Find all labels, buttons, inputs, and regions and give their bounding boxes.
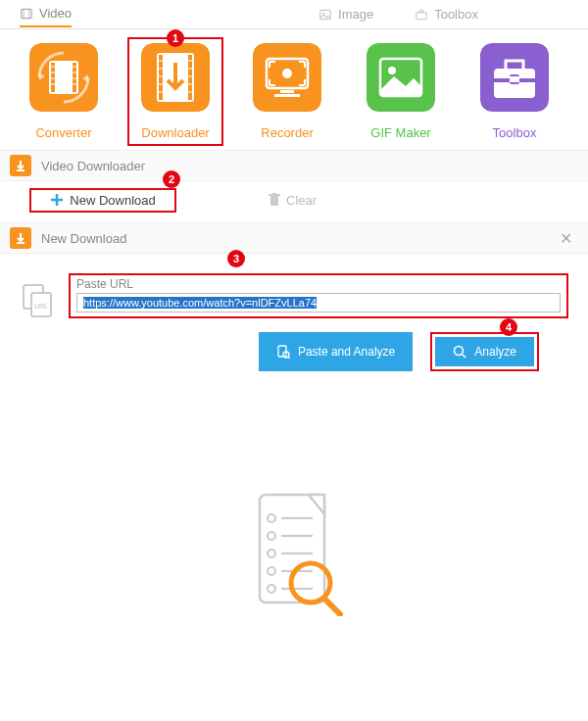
tab-toolbox-label: Toolbox xyxy=(434,7,478,22)
svg-rect-22 xyxy=(188,55,192,100)
svg-rect-37 xyxy=(280,90,294,93)
svg-line-63 xyxy=(463,355,466,358)
tile-converter[interactable]: Converter xyxy=(20,43,108,140)
clear-button[interactable]: Clear xyxy=(255,188,330,213)
trash-icon xyxy=(269,193,280,207)
downloader-icon xyxy=(141,43,210,112)
download-icon xyxy=(10,155,31,176)
svg-point-41 xyxy=(388,67,396,74)
recorder-icon xyxy=(253,43,321,112)
svg-point-36 xyxy=(282,69,292,78)
tile-toolbox-label: Toolbox xyxy=(493,125,537,140)
new-download-button[interactable]: New Download xyxy=(29,188,176,213)
tile-recorder-label: Recorder xyxy=(261,125,313,140)
callout-1: 1 xyxy=(167,29,184,47)
close-button[interactable]: ✕ xyxy=(554,229,578,248)
section-title: Video Downloader xyxy=(41,159,145,173)
paste-analyze-label: Paste and Analyze xyxy=(298,345,395,359)
svg-rect-59 xyxy=(278,346,286,357)
film-icon xyxy=(20,7,33,21)
panel-title: New Download xyxy=(41,231,544,246)
download-icon-2 xyxy=(10,227,31,249)
tile-gif-label: GIF Maker xyxy=(370,125,430,140)
svg-rect-51 xyxy=(270,196,278,206)
url-field-container: Paste URL https://www.youtube.com/watch?… xyxy=(69,273,568,318)
tab-video[interactable]: Video xyxy=(20,1,72,27)
search-icon xyxy=(453,345,466,359)
svg-text:URL: URL xyxy=(34,303,48,310)
image-icon xyxy=(318,8,332,22)
svg-rect-46 xyxy=(510,76,519,82)
tab-image[interactable]: Image xyxy=(318,2,373,26)
paste-analyze-button[interactable]: Paste and Analyze xyxy=(259,332,413,371)
analyze-button[interactable]: Analyze xyxy=(435,337,534,366)
callout-3: 3 xyxy=(227,250,245,267)
svg-rect-6 xyxy=(419,10,423,12)
paste-icon xyxy=(276,345,290,359)
callout-2: 2 xyxy=(163,170,180,188)
tile-toolbox[interactable]: Toolbox xyxy=(470,43,559,140)
svg-rect-3 xyxy=(320,10,331,19)
analyze-label: Analyze xyxy=(474,345,516,359)
svg-point-69 xyxy=(268,550,275,557)
svg-point-73 xyxy=(268,585,275,593)
callout-4: 4 xyxy=(500,318,517,336)
tab-image-label: Image xyxy=(338,7,373,22)
clear-label: Clear xyxy=(286,193,317,208)
svg-point-62 xyxy=(455,347,464,356)
tile-downloader[interactable]: 1 Downloader xyxy=(131,41,220,142)
tile-downloader-label: Downloader xyxy=(141,125,209,140)
tab-toolbox[interactable]: Toolbox xyxy=(415,2,478,26)
url-label: Paste URL xyxy=(76,277,561,291)
svg-line-76 xyxy=(324,599,340,614)
toolbox-icon xyxy=(415,8,428,22)
tile-converter-label: Converter xyxy=(35,125,91,140)
tile-recorder[interactable]: Recorder xyxy=(243,43,331,140)
url-input[interactable]: https://www.youtube.com/watch?v=nlDFZvLL… xyxy=(76,293,561,312)
svg-rect-53 xyxy=(272,193,276,194)
toolbox-tile-icon xyxy=(480,43,549,112)
converter-icon xyxy=(29,43,98,112)
gif-icon xyxy=(367,43,435,112)
tile-gif[interactable]: GIF Maker xyxy=(357,43,445,140)
tab-video-label: Video xyxy=(39,6,72,21)
panel-header: New Download ✕ xyxy=(0,222,588,254)
new-download-label: New Download xyxy=(70,193,155,208)
svg-rect-38 xyxy=(274,94,300,97)
svg-line-61 xyxy=(288,357,290,359)
svg-point-67 xyxy=(268,532,275,540)
svg-point-71 xyxy=(268,567,275,575)
url-clipboard-icon: URL xyxy=(20,283,55,318)
plus-icon xyxy=(50,193,64,207)
svg-rect-52 xyxy=(269,194,280,196)
svg-rect-39 xyxy=(367,43,435,112)
svg-rect-5 xyxy=(416,12,427,19)
empty-illustration xyxy=(20,489,568,616)
svg-point-65 xyxy=(268,514,275,522)
svg-rect-21 xyxy=(159,55,163,100)
svg-rect-0 xyxy=(22,9,32,18)
section-header: Video Downloader 2 xyxy=(0,150,588,181)
